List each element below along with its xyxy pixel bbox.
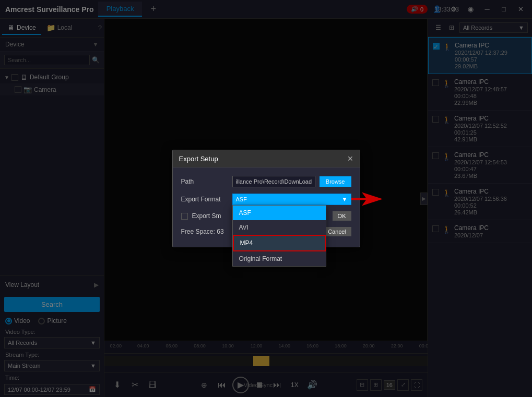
path-row: Path Browse [181, 176, 351, 187]
format-select-wrapper: ASF ▼ ASF AVI MP4 Original Format [232, 194, 351, 205]
format-label: Export Format [181, 196, 228, 203]
browse-button[interactable]: Browse [320, 176, 351, 187]
path-input[interactable] [232, 176, 315, 187]
format-select-display[interactable]: ASF ▼ [232, 194, 351, 205]
modal-header: Export Setup ✕ [173, 150, 360, 167]
modal-close-button[interactable]: ✕ [347, 154, 353, 163]
format-option-avi[interactable]: AVI [233, 220, 326, 235]
export-modal: Export Setup ✕ Path Browse Export Format… [172, 150, 360, 247]
format-option-mp4[interactable]: MP4 [233, 235, 326, 251]
format-row: Export Format ASF ▼ ASF AVI MP4 Original… [181, 194, 351, 205]
modal-title: Export Setup [179, 155, 218, 163]
export-sm-checkbox[interactable] [181, 213, 188, 220]
format-dropdown-arrow: ▼ [342, 196, 348, 202]
free-space-label: Free Space: 63 [181, 228, 224, 235]
format-dropdown: ASF AVI MP4 Original Format [232, 205, 326, 267]
modal-overlay[interactable]: Export Setup ✕ Path Browse Export Format… [0, 0, 532, 397]
cancel-button[interactable]: Cancel [323, 227, 351, 236]
svg-marker-13 [351, 193, 383, 206]
ok-button[interactable]: OK [333, 211, 351, 221]
path-label: Path [181, 178, 228, 185]
red-arrow-indicator [351, 191, 383, 209]
format-option-asf[interactable]: ASF [233, 206, 326, 220]
modal-body: Path Browse Export Format ASF ▼ ASF AVI [173, 167, 360, 247]
export-sm-label: Export Sm [192, 212, 221, 220]
format-option-original[interactable]: Original Format [233, 251, 326, 266]
format-selected-value: ASF [236, 196, 247, 202]
